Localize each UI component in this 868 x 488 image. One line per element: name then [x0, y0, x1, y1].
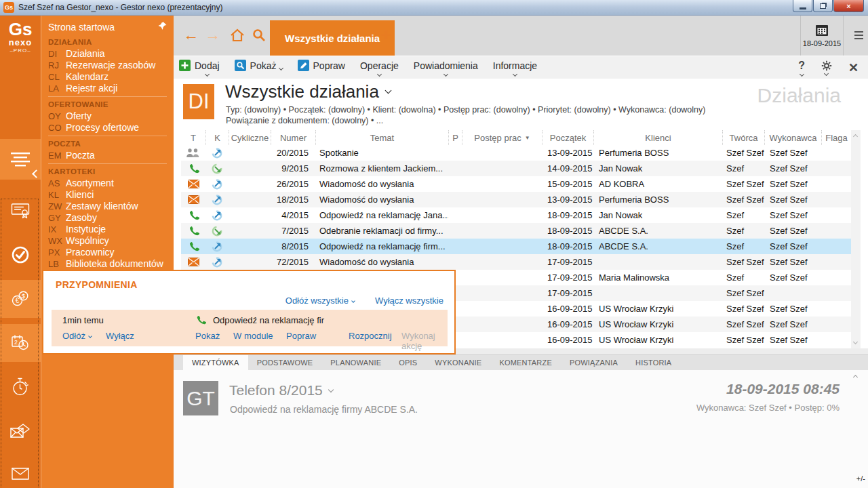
column-header-postępprac[interactable]: Postęp prac▼ — [462, 130, 542, 145]
search-button[interactable] — [251, 27, 267, 46]
detail-title[interactable]: Telefon 8/2015 — [229, 382, 333, 399]
zoom-plus-minus[interactable]: +/- — [856, 474, 865, 483]
toolbar-operacje[interactable]: Operacje — [360, 60, 399, 76]
item-label: Klienci — [66, 189, 94, 201]
rail-button-certificate[interactable] — [0, 192, 41, 230]
sidebar-item-wx[interactable]: WXWspólnicy — [48, 235, 174, 247]
toolbar-informacje[interactable]: Informacje — [493, 60, 537, 76]
toolbar-powiadomienia[interactable]: Powiadomienia — [414, 60, 478, 76]
disable-link[interactable]: Wyłącz — [106, 331, 134, 341]
sidebar-item-kl[interactable]: KLKlienci — [48, 189, 174, 201]
column-header-flaga[interactable]: Flaga — [821, 130, 851, 145]
sidebar-item-px[interactable]: PXPracownicy — [48, 247, 174, 258]
table-row[interactable]: 20/2015 Spotkanie 100 % 13-09-2015 1... … — [181, 145, 851, 161]
detail-tab-komentarze[interactable]: KOMENTARZE — [490, 355, 561, 370]
filter-summary[interactable]: Typ: (dowolny) • Początek: (dowolny) • K… — [226, 104, 741, 126]
temat-cell: Odpowiedź na reklamację Jana... — [315, 207, 448, 223]
close-window-button[interactable]: × — [833, 0, 864, 12]
rail-button-calendar-clock[interactable]: 2 — [0, 324, 41, 362]
rail-button-currency[interactable]: $€ — [0, 280, 41, 318]
sidebar-section-header: DZIAŁANIA — [48, 37, 174, 48]
table-row[interactable]: 9/2015 Rozmowa z klientem Jackiem... 99 … — [181, 161, 851, 176]
start-link[interactable]: Rozpocznij — [349, 331, 392, 341]
forward-button[interactable]: → — [205, 24, 220, 45]
scroll-down-icon[interactable] — [853, 340, 858, 344]
column-header-t[interactable]: T — [181, 130, 205, 145]
sidebar-item-zw[interactable]: ZWZestawy klientów — [48, 201, 174, 212]
settings-button[interactable] — [821, 60, 832, 75]
detail-tab-opis[interactable]: OPIS — [390, 355, 426, 370]
rail-button-mail-forward[interactable] — [0, 412, 41, 450]
sidebar-item-strona-startowa[interactable]: Strona startowa — [48, 20, 174, 34]
table-row[interactable]: 4/2015 Odpowiedź na reklamację Jana... 0… — [181, 207, 851, 223]
date-widget[interactable]: 18-09-2015 — [800, 16, 844, 56]
rail-button-stopwatch[interactable] — [0, 368, 41, 406]
pin-icon[interactable] — [158, 22, 167, 30]
help-button[interactable]: ? — [798, 60, 805, 76]
detail-tab-wizytówka[interactable]: WIZYTÓWKA — [183, 355, 248, 370]
table-header-row[interactable]: TKCykliczneNumerTematPPostęp prac▼Począt… — [181, 130, 851, 145]
sidebar-item-oy[interactable]: OYOferty — [48, 110, 174, 122]
view-title[interactable]: Wszystkie działania — [225, 81, 391, 102]
sidebar-item-ix[interactable]: IXInstytucje — [48, 224, 174, 235]
scroll-up-icon[interactable] — [853, 375, 858, 380]
item-label: Działania — [66, 48, 105, 60]
table-row[interactable]: 72/2015 Wiadomość do wysłania 0 % 17-09-… — [181, 254, 851, 270]
link-cell — [205, 148, 229, 159]
sidebar-item-gy[interactable]: GYZasoby — [48, 212, 174, 224]
column-header-p[interactable]: P — [448, 130, 462, 145]
chevron-down-icon — [278, 65, 283, 70]
certificate-icon — [10, 201, 31, 220]
sidebar-item-cl[interactable]: CLKalendarz — [48, 71, 174, 83]
rail-button-mail[interactable] — [0, 455, 41, 488]
close-view-button[interactable]: ✕ — [848, 60, 859, 75]
defer-all-link[interactable]: Odłóż wszystkie — [285, 296, 355, 306]
sidebar-item-la[interactable]: LARejestr akcji — [48, 83, 174, 94]
minimize-button[interactable] — [793, 0, 812, 12]
sidebar-item-co[interactable]: COProcesy ofertowe — [48, 122, 174, 134]
table-row[interactable]: 8/2015 Odpowiedź na reklamację firm... 0… — [181, 239, 851, 254]
detail-tab-historia[interactable]: HISTORIA — [627, 355, 680, 370]
table-row[interactable]: 7/2015 Odebranie reklamacji od firmy... … — [181, 223, 851, 239]
table-row[interactable]: 26/2015 Wiadomość do wysłania 80 % 15-09… — [181, 176, 851, 192]
window-menu-button[interactable] — [854, 31, 863, 39]
column-header-k[interactable]: K — [205, 130, 229, 145]
edit-link[interactable]: Popraw — [286, 331, 316, 341]
detail-tab-wykonanie[interactable]: WYKONANIE — [426, 355, 490, 370]
sidebar-item-as[interactable]: ASAsortyment — [48, 178, 174, 189]
show-link[interactable]: Pokaż — [195, 331, 220, 341]
scroll-up-icon[interactable] — [853, 134, 858, 139]
column-header-temat[interactable]: Temat — [315, 130, 448, 145]
detail-tab-podstawowe[interactable]: PODSTAWOWE — [248, 355, 322, 370]
sidebar-item-em[interactable]: EMPoczta — [48, 150, 174, 161]
tworca-cell: Szef Szef — [722, 301, 764, 317]
svg-text:$: $ — [22, 293, 25, 300]
disable-all-link[interactable]: Wyłącz wszystkie — [375, 296, 443, 306]
column-header-numer[interactable]: Numer — [271, 130, 315, 145]
column-header-klienci[interactable]: Klienci — [593, 130, 722, 145]
detail-tab-powiązania[interactable]: POWIĄZANIA — [561, 355, 627, 370]
table-scrollbar[interactable] — [851, 130, 861, 348]
in-module-link[interactable]: W module — [233, 331, 273, 341]
numer-cell: 4/2015 — [271, 207, 315, 223]
column-header-cykliczne[interactable]: Cykliczne — [229, 130, 271, 145]
toolbar-popraw[interactable]: Popraw — [298, 60, 345, 76]
sidebar-item-rj[interactable]: RJRezerwacje zasobów — [48, 60, 174, 71]
new-tab-button[interactable]: + — [381, 24, 391, 45]
restore-button[interactable] — [813, 0, 833, 12]
column-header-wykonawca[interactable]: Wykonawca — [764, 130, 821, 145]
toolbar-poka[interactable]: Pokaż — [235, 60, 283, 76]
tab-wszystkie-dzialania[interactable]: Wszystkie działania — [270, 20, 395, 56]
back-button[interactable]: ← — [183, 24, 199, 45]
sidebar-item-di[interactable]: DIDziałania — [48, 48, 174, 60]
run-action-link[interactable]: Wykonaj akcję — [401, 331, 448, 351]
column-header-początek[interactable]: Początek — [542, 130, 593, 145]
toolbar-dodaj[interactable]: Dodaj — [179, 60, 220, 76]
table-row[interactable]: 18/2015 Wiadomość do wysłania 50 % 13-09… — [181, 192, 851, 207]
column-header-twórca[interactable]: Twórca — [722, 130, 764, 145]
rail-button-check-circle[interactable] — [0, 236, 41, 274]
detail-tab-planowanie[interactable]: PLANOWANIE — [321, 355, 390, 370]
defer-link[interactable]: Odłóż — [62, 331, 92, 341]
home-button[interactable] — [229, 27, 245, 46]
sidebar-item-lb[interactable]: LBBiblioteka dokumentów — [48, 258, 174, 270]
